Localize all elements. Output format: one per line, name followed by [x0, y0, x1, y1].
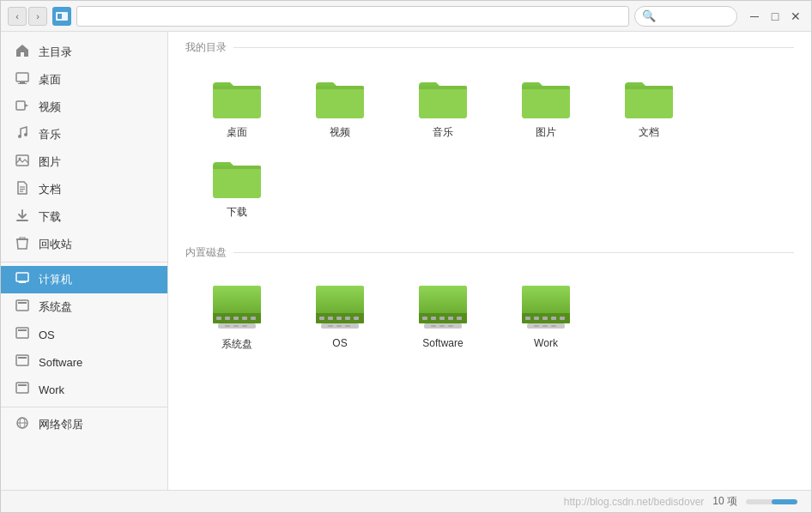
restore-button[interactable]: □ — [767, 8, 784, 25]
sidebar-item-os[interactable]: OS — [1, 321, 167, 348]
system-sidebar-label: 系统盘 — [39, 299, 72, 315]
videos-sidebar-label: 视频 — [39, 100, 61, 115]
minimize-button[interactable]: ─ — [746, 8, 763, 25]
dir-item-music[interactable]: 音乐 — [391, 69, 494, 148]
videos-folder-icon — [314, 77, 366, 120]
svg-rect-67 — [448, 325, 453, 327]
svg-rect-47 — [328, 317, 333, 320]
sidebar-item-computer[interactable]: 计算机 — [1, 266, 167, 293]
videos-sidebar-icon — [15, 99, 30, 116]
svg-rect-52 — [328, 325, 333, 327]
svg-rect-48 — [336, 317, 342, 320]
dir-item-videos[interactable]: 视频 — [288, 69, 391, 148]
sidebar-item-work[interactable]: Work — [1, 376, 167, 403]
svg-rect-5 — [16, 101, 25, 110]
window-controls: ─ □ ✕ — [746, 8, 804, 25]
forward-button[interactable]: › — [28, 7, 47, 26]
disk-item-system[interactable]: 系统盘 — [185, 274, 288, 360]
svg-rect-9 — [16, 155, 28, 166]
sidebar-item-trash[interactable]: 回收站 — [1, 231, 167, 258]
sidebar-item-music[interactable]: 音乐 — [1, 121, 167, 148]
svg-rect-17 — [19, 281, 26, 283]
desktop-label: 桌面 — [227, 125, 247, 140]
address-bar[interactable] — [76, 6, 629, 27]
svg-rect-19 — [18, 302, 27, 304]
svg-rect-24 — [16, 383, 28, 393]
svg-rect-1 — [58, 14, 62, 19]
svg-rect-35 — [233, 317, 239, 320]
search-input[interactable] — [659, 10, 728, 22]
svg-rect-33 — [216, 317, 221, 320]
pictures-sidebar-icon — [15, 154, 30, 171]
work-sidebar-label: Work — [39, 383, 64, 396]
desktop-sidebar-icon — [15, 71, 30, 88]
disk-item-work[interactable]: Work — [494, 274, 597, 360]
disk-item-os[interactable]: OS — [288, 274, 391, 360]
pictures-folder-icon — [520, 77, 572, 120]
svg-rect-37 — [251, 317, 256, 320]
sidebar-item-home[interactable]: 主目录 — [1, 39, 167, 66]
dir-item-downloads[interactable]: 下载 — [185, 148, 288, 228]
os-sidebar-label: OS — [39, 329, 55, 341]
music-sidebar-icon — [15, 126, 30, 143]
sidebar-divider-2 — [1, 407, 167, 407]
internal-disk-header: 内置磁盘 — [168, 237, 811, 265]
svg-rect-50 — [354, 317, 359, 320]
svg-rect-49 — [345, 317, 350, 320]
downloads-folder-icon — [211, 157, 263, 200]
search-box: 🔍 — [634, 6, 737, 27]
sidebar: 主目录桌面视频音乐图片文档下载回收站计算机系统盘OSSoftwareWork网络… — [1, 32, 168, 490]
network-sidebar-icon — [15, 416, 30, 433]
svg-rect-20 — [16, 328, 28, 338]
sidebar-item-downloads[interactable]: 下载 — [1, 203, 167, 231]
svg-rect-34 — [225, 317, 230, 320]
dir-item-pictures[interactable]: 图片 — [494, 69, 597, 148]
dir-item-documents[interactable]: 文档 — [597, 69, 700, 148]
svg-marker-6 — [25, 104, 28, 107]
documents-sidebar-icon — [15, 181, 30, 198]
close-button[interactable]: ✕ — [787, 8, 804, 25]
my-directory-header: 我的目录 — [168, 32, 811, 60]
sidebar-item-network[interactable]: 网络邻居 — [1, 411, 167, 438]
svg-rect-25 — [18, 384, 27, 386]
svg-rect-16 — [16, 273, 28, 281]
trash-sidebar-icon — [15, 236, 30, 253]
svg-rect-21 — [18, 329, 27, 331]
my-directory-grid: 桌面 视频 音乐 图片 文档 下载 — [168, 60, 811, 237]
sidebar-item-documents[interactable]: 文档 — [1, 176, 167, 203]
svg-rect-76 — [560, 317, 565, 320]
dir-item-desktop[interactable]: 桌面 — [185, 69, 288, 148]
desktop-sidebar-label: 桌面 — [39, 72, 61, 88]
software-sidebar-icon — [15, 353, 30, 371]
svg-rect-72 — [525, 317, 530, 320]
system-drive-icon — [209, 282, 264, 332]
svg-rect-53 — [336, 325, 342, 327]
music-label: 音乐 — [433, 125, 453, 140]
watermark-text: http://blog.csdn.net/bedisdover — [564, 496, 704, 508]
svg-rect-39 — [225, 325, 230, 327]
svg-rect-46 — [319, 317, 324, 320]
svg-rect-60 — [431, 317, 436, 320]
statusbar: http://blog.csdn.net/bedisdover 10 项 — [1, 490, 811, 512]
file-manager-window: ‹ › 🔍 ─ □ ✕ 主目录桌面视频音乐图片文档下载回收站计算机系统盘OSSo… — [0, 0, 812, 513]
nav-buttons: ‹ › — [8, 7, 47, 26]
svg-rect-4 — [18, 83, 27, 84]
internal-disk-grid: 系统盘 OS — [168, 265, 811, 369]
documents-folder-icon — [623, 77, 675, 120]
svg-rect-59 — [422, 317, 427, 320]
home-sidebar-icon — [15, 44, 30, 61]
sidebar-item-software[interactable]: Software — [1, 348, 167, 376]
work-drive-icon — [518, 282, 573, 332]
downloads-label: 下载 — [227, 205, 247, 220]
sidebar-item-pictures[interactable]: 图片 — [1, 148, 167, 176]
sidebar-item-videos[interactable]: 视频 — [1, 94, 167, 121]
sidebar-item-desktop[interactable]: 桌面 — [1, 66, 167, 94]
sidebar-item-system[interactable]: 系统盘 — [1, 293, 167, 321]
disk-item-software[interactable]: Software — [391, 274, 494, 360]
svg-rect-22 — [16, 355, 28, 365]
downloads-sidebar-icon — [15, 208, 30, 226]
svg-rect-40 — [233, 325, 239, 327]
back-button[interactable]: ‹ — [8, 7, 27, 26]
svg-rect-73 — [534, 317, 539, 320]
work-sidebar-icon — [15, 381, 30, 398]
